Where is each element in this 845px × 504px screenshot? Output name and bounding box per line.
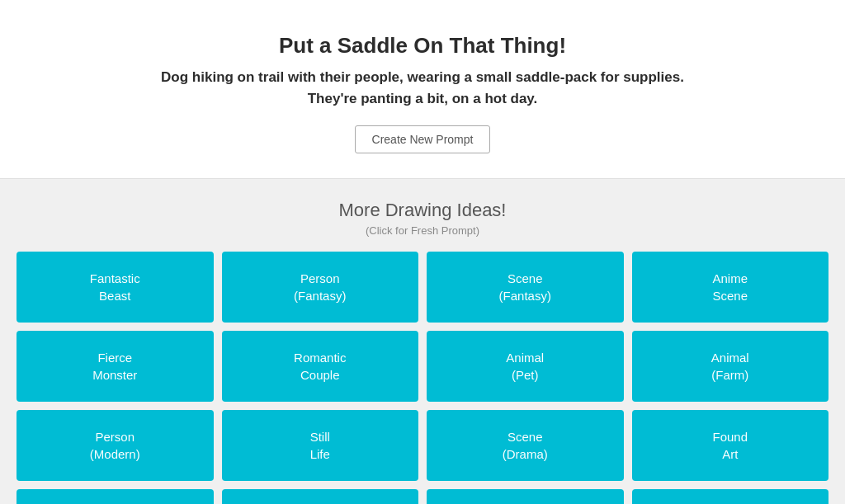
section-subtitle: (Click for Fresh Prompt)	[17, 224, 828, 237]
drawing-card[interactable]: Instagram Posers	[17, 489, 214, 504]
drawing-card[interactable]: Romantic Couple	[222, 331, 419, 402]
section-title: More Drawing Ideas!	[17, 200, 828, 221]
drawing-card[interactable]: Person (Fantasy)	[222, 252, 419, 323]
drawing-card[interactable]: Fierce Monster	[17, 331, 214, 402]
header-section: Put a Saddle On That Thing! Dog hiking o…	[0, 0, 845, 179]
drawing-card[interactable]: Animal (Farm)	[632, 331, 829, 402]
drawing-card[interactable]: Scene (Drama)	[427, 410, 624, 481]
main-title: Put a Saddle On That Thing!	[17, 33, 828, 59]
drawing-card[interactable]: Thing (Vehicle)	[632, 489, 829, 504]
subtitle-line1: Dog hiking on trail with their people, w…	[161, 69, 684, 85]
drawing-ideas-section: More Drawing Ideas! (Click for Fresh Pro…	[0, 179, 845, 504]
subtitle-line2: They're panting a bit, on a hot day.	[308, 91, 538, 106]
drawing-card[interactable]: Found Art	[632, 410, 829, 481]
drawing-card[interactable]: Anime Scene	[632, 252, 829, 323]
drawing-card[interactable]: Animal (Pet)	[427, 331, 624, 402]
drawing-card[interactable]: Fantastic Beast	[17, 252, 214, 323]
drawing-card[interactable]: Still Life	[222, 410, 419, 481]
drawing-card[interactable]: Person (History)	[222, 489, 419, 504]
drawing-card[interactable]: Scene (Fantasy)	[427, 252, 624, 323]
create-new-prompt-button[interactable]: Create New Prompt	[355, 125, 491, 153]
drawing-card[interactable]: Scene (History)	[427, 489, 624, 504]
drawing-card[interactable]: Person (Modern)	[17, 410, 214, 481]
cards-grid: Fantastic BeastPerson (Fantasy)Scene (Fa…	[17, 252, 828, 504]
subtitle: Dog hiking on trail with their people, w…	[17, 67, 828, 109]
